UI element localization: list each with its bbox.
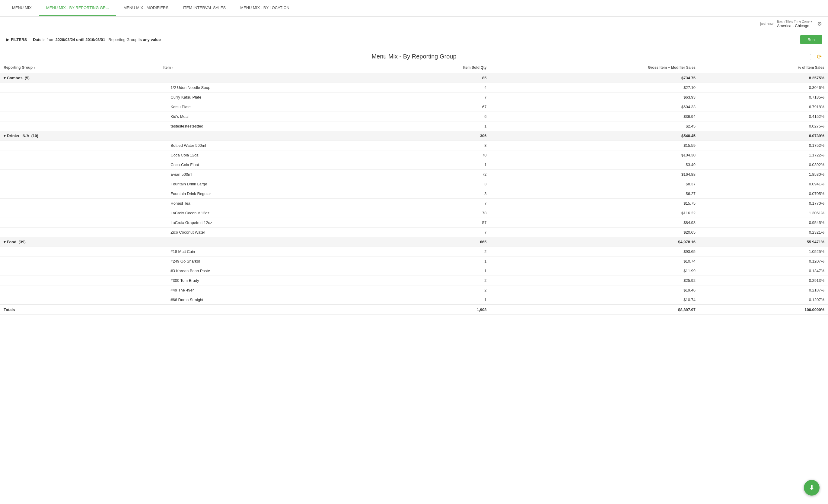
totals-label: Totals [0,305,160,315]
item-name: #18 Matt Cain [160,247,374,257]
table-row: Fountain Drink Large3$8.370.0941% [0,179,828,189]
report-title-row: Menu Mix - By Reporting Group ⋮ ⟳ [0,48,828,62]
tab-menu-mix-by-location[interactable]: MENU MIX - BY LOCATION [233,0,297,16]
group-qty: 85 [374,73,490,83]
item-gross: $63.93 [490,93,699,102]
item-pct: 6.7918% [699,102,828,112]
item-group-col [0,141,160,150]
item-gross: $116.22 [490,208,699,218]
timezone-selector[interactable]: Each Tile's Time Zone ▾ America - Chicag… [777,19,812,28]
item-pct: 0.1207% [699,257,828,266]
item-pct: 0.9545% [699,218,828,228]
table-row: testestestestestted1$2.450.0275% [0,122,828,131]
item-name: Coca Cola 12oz [160,150,374,160]
group-item-col [160,73,374,83]
item-gross: $3.49 [490,160,699,170]
tab-bar: MENU MIXMENU MIX - BY REPORTING GR...MEN… [0,0,828,16]
tab-menu-mix[interactable]: MENU MIX [5,0,39,16]
item-group-col [0,112,160,122]
item-group-col [0,83,160,93]
header-row: just now Each Tile's Time Zone ▾ America… [0,16,828,31]
item-group-col [0,228,160,237]
gear-icon[interactable]: ⚙ [817,20,822,27]
item-group-col [0,218,160,228]
group-name: ▾ Drinks - N/A (10) [0,131,160,141]
filters-bar: ▶ FILTERS Date is from 2020/03/24 until … [0,31,828,48]
item-gross: $93.65 [490,247,699,257]
table-row: 1/2 Udon Noodle Soup4$27.100.3046% [0,83,828,93]
table-row: LaCroix Coconut 12oz78$116.221.3061% [0,208,828,218]
table-row: Curry Katsu Plate7$63.930.7185% [0,93,828,102]
group-name: ▾ Food (39) [0,237,160,247]
item-gross: $11.99 [490,266,699,276]
item-pct: 0.1347% [699,266,828,276]
item-gross: $10.74 [490,257,699,266]
report-title: Menu Mix - By Reporting Group [371,53,456,60]
item-pct: 0.0941% [699,179,828,189]
col-header-reporting-group[interactable]: Reporting Group↑ [0,62,160,73]
item-group-col [0,208,160,218]
item-qty: 3 [374,179,490,189]
item-qty: 6 [374,112,490,122]
item-name: Curry Katsu Plate [160,93,374,102]
item-pct: 0.0275% [699,122,828,131]
item-group-col [0,170,160,179]
table-row: Fountain Drink Regular3$6.270.0705% [0,189,828,199]
item-pct: 0.4152% [699,112,828,122]
totals-gross: $8,897.97 [490,305,699,315]
col-header-gross-item: Gross Item + Modifier Sales [490,62,699,73]
item-qty: 1 [374,160,490,170]
table-row: #249 Go Sharks!1$10.740.1207% [0,257,828,266]
item-name: #66 Damn Straight [160,295,374,305]
item-qty: 78 [374,208,490,218]
item-name: 1/2 Udon Noodle Soup [160,83,374,93]
sort-icon: ↑ [172,66,173,69]
table-row: Zico Coconut Water7$20.650.2321% [0,228,828,237]
item-group-col [0,179,160,189]
item-qty: 1 [374,266,490,276]
item-group-col [0,276,160,285]
tab-menu-mix-modifiers[interactable]: MENU MIX - MODIFIERS [116,0,176,16]
group-qty: 306 [374,131,490,141]
item-pct: 0.3046% [699,83,828,93]
item-name: #49 The 49er [160,285,374,295]
group-row[interactable]: ▾ Combos (5)85$734.758.2575% [0,73,828,83]
item-pct: 0.1752% [699,141,828,150]
item-group-col [0,189,160,199]
item-name: Katsu Plate [160,102,374,112]
col-header-item[interactable]: Item↑ [160,62,374,73]
item-name: LaCroix Grapefruit 12oz [160,218,374,228]
item-pct: 1.0525% [699,247,828,257]
item-qty: 2 [374,247,490,257]
item-gross: $2.45 [490,122,699,131]
chevron-icon: ▾ [4,240,7,244]
item-qty: 70 [374,150,490,160]
run-button[interactable]: Run [800,35,822,44]
item-gross: $15.75 [490,199,699,208]
totals-item-col [160,305,374,315]
item-pct: 0.7185% [699,93,828,102]
group-qty: 665 [374,237,490,247]
item-group-col [0,122,160,131]
item-group-col [0,102,160,112]
group-gross: $4,978.16 [490,237,699,247]
item-name: Bottled Water 500ml [160,141,374,150]
tab-item-interval-sales[interactable]: ITEM INTERVAL SALES [176,0,233,16]
timezone-label: Each Tile's Time Zone ▾ [777,19,812,24]
item-name: Evian 500ml [160,170,374,179]
item-pct: 0.2913% [699,276,828,285]
chevron-icon: ▾ [4,134,7,138]
group-pct: 55.9471% [699,237,828,247]
group-row[interactable]: ▾ Food (39)665$4,978.1655.9471% [0,237,828,247]
filters-toggle[interactable]: ▶ FILTERS [6,37,27,42]
col-header-item-sold-qty: Item Sold Qty [374,62,490,73]
item-qty: 57 [374,218,490,228]
more-options-icon[interactable]: ⋮ [807,53,813,60]
tab-menu-mix-reporting-gr[interactable]: MENU MIX - BY REPORTING GR... [39,0,116,16]
item-name: #3 Korean Bean Paste [160,266,374,276]
item-gross: $15.59 [490,141,699,150]
group-row[interactable]: ▾ Drinks - N/A (10)306$540.456.0739% [0,131,828,141]
item-name: #300 Tom Brady [160,276,374,285]
item-gross: $8.37 [490,179,699,189]
refresh-icon[interactable]: ⟳ [817,53,822,60]
